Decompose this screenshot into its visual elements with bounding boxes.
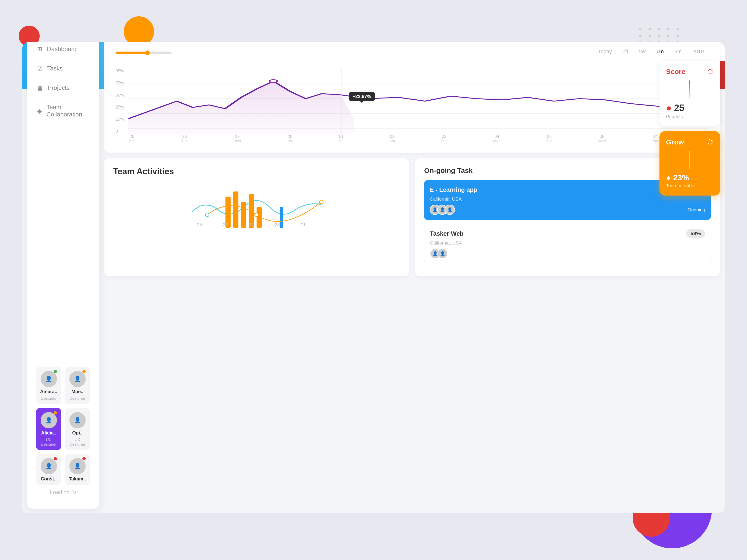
x-day-04: Mon [493, 139, 500, 143]
x-date-02: 02 [389, 134, 395, 139]
time-filter-2019[interactable]: 2019 [688, 46, 709, 57]
x-date-06: 06 [598, 134, 606, 139]
x-date-27: 27 [233, 134, 241, 139]
member-role-alicia: UX Designer [40, 437, 58, 447]
member-card-ainara[interactable]: 👤 Ainara.. Designer [36, 367, 61, 404]
task-tasker-bottom: 👤 👤 [430, 248, 705, 259]
team-collab-icon: ◈ [37, 107, 42, 114]
member-name-opi: Opi.. [72, 430, 82, 436]
x-day-06: Wed [598, 139, 606, 143]
team-activities-menu[interactable]: ··· [392, 168, 400, 175]
x-date-03: 03 [441, 134, 447, 139]
member-name-takam: Takam.. [69, 476, 86, 482]
member-avatar-mbe: 👤 [69, 371, 86, 387]
projects-icon: ▦ [37, 84, 43, 91]
task-status-elearning: Ongoing [688, 207, 705, 213]
x-label-27: 27 Wed [233, 134, 241, 143]
task-avatar-3: 👤 [445, 205, 455, 215]
task-avatar-t2: 👤 [437, 248, 448, 259]
svg-text:26: 26 [223, 222, 228, 227]
x-day-02: Sat [389, 139, 395, 143]
team-activity-chart: 95% 75% 50% 25% 10% 0 [115, 69, 709, 143]
y-label-50: 50% [115, 93, 128, 98]
score-number-row: ● 25 [666, 103, 714, 113]
task-avatars-elearning: 👤 👤 👤 [430, 205, 452, 215]
sidebar-item-label-team-collab: Team Collaboration [47, 104, 89, 118]
grow-timer-icon: ⏱ [707, 138, 714, 146]
task-location-tasker: California, USA [430, 240, 705, 246]
task-item-tasker[interactable]: Tasker Web 58% California, USA 👤 👤 [424, 224, 711, 264]
time-filter-3m[interactable]: 3m [670, 46, 686, 57]
score-card: Score ⏱ ● 25 Projects [660, 61, 720, 127]
ongoing-task-title: On-going Task [424, 167, 473, 175]
x-label-06: 06 Wed [598, 134, 606, 143]
x-label-01: 01 Fri [339, 134, 344, 143]
time-filter-today[interactable]: Today [593, 46, 617, 57]
score-timer-icon: ⏱ [707, 68, 714, 76]
x-date-04: 04 [493, 134, 500, 139]
x-date-26: 26 [181, 134, 188, 139]
score-number: 25 [674, 103, 685, 113]
grow-progress-line [689, 151, 690, 169]
score-title: Score [666, 68, 686, 76]
svg-rect-3 [233, 191, 238, 228]
tasks-icon: ☑ [37, 65, 43, 72]
x-day-05: Tue [546, 139, 552, 143]
sidebar-item-dashboard[interactable]: ⊞ Dashboard [31, 42, 95, 58]
task-name-tasker: Tasker Web [430, 230, 464, 237]
member-name-mbe: Mbe.. [72, 389, 83, 394]
grow-number-row: ● 23% [666, 173, 714, 182]
x-label-07: 07 Thu [651, 134, 658, 143]
chart-area: +22.67% [128, 69, 709, 134]
member-card-mbe[interactable]: 👤 Mbe.. Designer [65, 367, 90, 404]
loading-row: Loading ↻ [36, 485, 90, 497]
team-activities-svg: 25 26 27 28 01 [113, 181, 400, 228]
grow-card-header: Grow ⏱ [666, 138, 714, 146]
x-day-03: Sun [441, 139, 447, 143]
x-date-28: 28 [287, 134, 293, 139]
member-name-const: Const.. [41, 476, 57, 482]
task-tasker-top: Tasker Web 58% [430, 229, 705, 238]
y-label-95: 95% [115, 69, 128, 74]
grow-label: Team member [666, 183, 714, 189]
score-grow-cards: Score ⏱ ● 25 Projects Grow ⏱ ● 23% Team … [660, 61, 720, 195]
sidebar-item-team-collaboration[interactable]: ◈ Team Collaboration [31, 99, 95, 123]
svg-text:01: 01 [301, 222, 306, 227]
sidebar-item-label-projects: Projects [48, 84, 70, 91]
tooltip-value: +22.67% [353, 94, 371, 99]
time-filter-7d[interactable]: 7d [618, 46, 633, 57]
sidebar-item-tasks[interactable]: ☑ Tasks [31, 60, 95, 77]
member-card-opi[interactable]: 👤 Opi.. UX Designer [65, 408, 90, 450]
loading-icon: ↻ [72, 489, 76, 496]
member-card-alicia[interactable]: 👤 Alicia.. UX Designer [36, 408, 61, 450]
x-label-03: 03 Sun [441, 134, 447, 143]
task-percent-tasker: 58% [686, 229, 705, 238]
progress-filled [115, 52, 146, 54]
grow-percent: 23% [673, 173, 689, 182]
status-dot-orange-mbe [82, 370, 86, 373]
svg-rect-4 [241, 202, 246, 228]
svg-text:27: 27 [249, 222, 254, 227]
member-card-takam[interactable]: 👤 Takam.. [65, 454, 90, 485]
sidebar-item-projects[interactable]: ▦ Projects [31, 79, 95, 97]
progress-empty [149, 52, 172, 54]
x-date-07: 07 [651, 134, 658, 139]
chart-tooltip: +22.67% [349, 92, 375, 101]
time-filter-1m[interactable]: 1m [652, 46, 669, 57]
time-filter-2w[interactable]: 2w [635, 46, 650, 57]
sidebar-item-label-dashboard: Dashboard [47, 46, 77, 53]
svg-point-9 [255, 213, 258, 217]
progress-dot [145, 50, 150, 55]
score-card-header: Score ⏱ [666, 68, 714, 76]
status-dot-orange-alicia [54, 411, 57, 415]
x-day-07: Thu [651, 139, 658, 143]
bottom-row: Team Activities ··· [104, 158, 720, 276]
member-avatar-const: 👤 [41, 458, 57, 474]
member-card-const[interactable]: 👤 Const.. [36, 454, 61, 485]
task-avatars-tasker: 👤 👤 [430, 248, 445, 259]
member-role-opi: UX Designer [68, 437, 86, 447]
svg-text:28: 28 [275, 222, 280, 227]
grow-title: Grow [666, 138, 684, 146]
score-label: Projects [666, 114, 714, 119]
team-activities-mini-chart: 25 26 27 28 01 [113, 181, 400, 228]
